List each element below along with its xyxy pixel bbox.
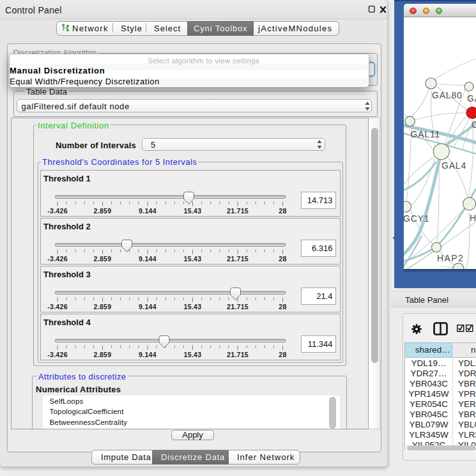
svg-text:15.43: 15.43	[184, 255, 202, 263]
svg-text:9.144: 9.144	[139, 255, 157, 263]
svg-text:2.859: 2.859	[94, 255, 112, 263]
svg-text:GAL4: GAL4	[441, 160, 466, 171]
svg-text:2.859: 2.859	[94, 303, 112, 311]
svg-text:9.144: 9.144	[139, 351, 157, 358]
svg-text:GCY1: GCY1	[404, 213, 429, 223]
svg-text:CY: CY	[472, 119, 476, 130]
svg-text:28: 28	[279, 207, 286, 215]
svg-text:-3.426: -3.426	[47, 255, 68, 263]
svg-text:21.715: 21.715	[227, 207, 249, 215]
svg-text:28: 28	[279, 351, 286, 358]
svg-text:GAL80: GAL80	[432, 89, 463, 100]
svg-text:9.144: 9.144	[139, 303, 157, 311]
svg-text:GAL11: GAL11	[411, 128, 441, 139]
svg-text:HI: HI	[470, 213, 476, 223]
svg-text:GA: GA	[467, 93, 476, 104]
svg-text:2.859: 2.859	[94, 207, 112, 215]
svg-text:28: 28	[279, 303, 286, 311]
svg-text:15.43: 15.43	[184, 351, 202, 358]
svg-text:-3.426: -3.426	[47, 303, 68, 311]
svg-text:9.144: 9.144	[139, 207, 157, 215]
svg-text:21.715: 21.715	[227, 255, 249, 263]
svg-text:HAP2: HAP2	[437, 252, 464, 263]
svg-text:-3.426: -3.426	[47, 351, 68, 358]
svg-text:21.715: 21.715	[227, 303, 249, 311]
svg-text:2.859: 2.859	[94, 351, 112, 358]
svg-text:21.715: 21.715	[227, 351, 249, 358]
svg-text:-3.426: -3.426	[47, 207, 68, 215]
svg-text:15.43: 15.43	[184, 207, 202, 215]
svg-text:15.43: 15.43	[184, 303, 202, 311]
svg-text:28: 28	[279, 255, 286, 263]
